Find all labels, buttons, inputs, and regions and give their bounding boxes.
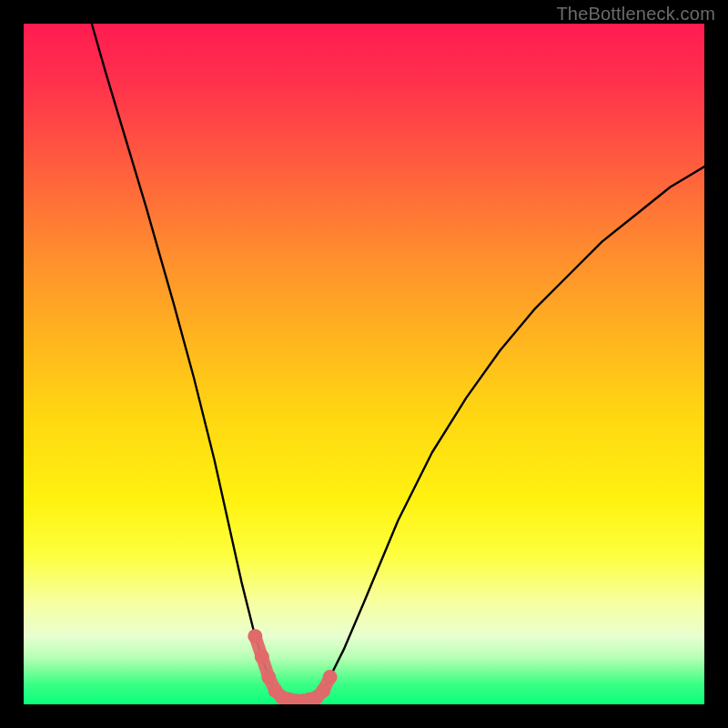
plot-area (24, 24, 704, 704)
selected-range-dot (255, 650, 269, 664)
selected-range-dot (248, 629, 262, 643)
selected-range-dot (261, 670, 276, 684)
watermark-text: TheBottleneck.com (556, 4, 715, 25)
chart-svg (24, 24, 704, 704)
chart-frame: TheBottleneck.com (0, 0, 728, 728)
selected-range-dot (323, 670, 338, 684)
bottleneck-curve (92, 24, 704, 701)
selected-range-dot (316, 683, 330, 698)
